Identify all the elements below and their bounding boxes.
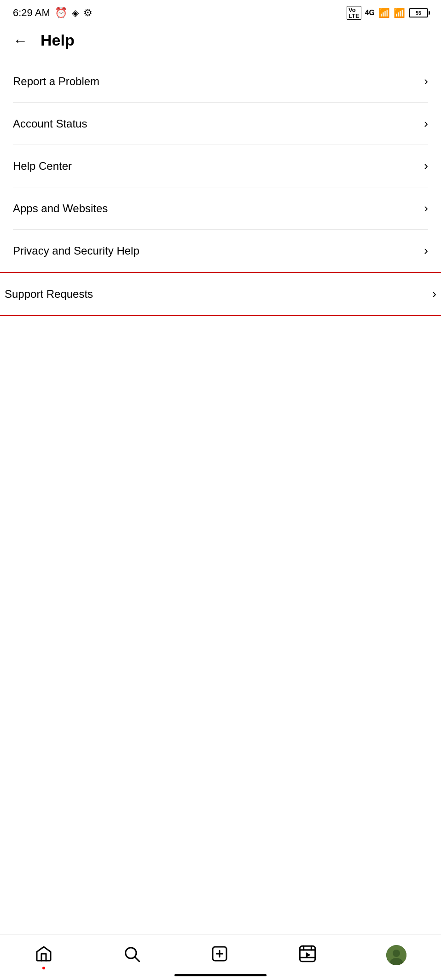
menu-item-label: Account Status: [13, 117, 87, 130]
reels-icon: [298, 945, 317, 966]
status-left: 6:29 AM ⏰ ◈ ⚙: [13, 7, 93, 19]
chevron-right-icon: ›: [424, 201, 428, 215]
menu-item-label: Help Center: [13, 160, 72, 173]
nav-item-home[interactable]: [35, 945, 53, 966]
wifi-icon: 📶: [394, 7, 405, 18]
chevron-right-icon: ›: [424, 159, 428, 173]
header: ← Help: [0, 24, 441, 60]
back-button[interactable]: ←: [13, 33, 28, 48]
menu-item-label: Support Requests: [5, 288, 93, 301]
bottom-nav: [0, 934, 441, 980]
menu-item-report-problem[interactable]: Report a Problem ›: [13, 60, 428, 103]
menu-item-label: Report a Problem: [13, 75, 99, 88]
menu-item-label: Privacy and Security Help: [13, 244, 139, 257]
settings-icon: ⚙: [83, 7, 93, 19]
nav-item-search[interactable]: [122, 945, 141, 966]
status-bar: 6:29 AM ⏰ ◈ ⚙ VoLTE 4G 📶 📶 55: [0, 0, 441, 24]
page-title: Help: [41, 31, 75, 49]
status-time: 6:29 AM: [13, 7, 50, 19]
media-icon: ◈: [72, 7, 79, 18]
svg-point-12: [393, 950, 400, 957]
signal-bars-icon: 📶: [378, 7, 390, 18]
nav-item-reels[interactable]: [298, 945, 317, 966]
search-icon: [122, 945, 141, 966]
menu-item-support-requests[interactable]: Support Requests ›: [0, 272, 441, 316]
nav-item-add[interactable]: [210, 945, 229, 966]
signal-4g-icon: 4G: [365, 9, 375, 17]
home-bar: [174, 974, 267, 976]
add-icon: [210, 945, 229, 966]
chevron-right-icon: ›: [432, 287, 436, 301]
nav-item-profile[interactable]: [386, 945, 406, 965]
chevron-right-icon: ›: [424, 74, 428, 88]
menu-item-help-center[interactable]: Help Center ›: [13, 145, 428, 187]
chevron-right-icon: ›: [424, 116, 428, 131]
menu-list: Report a Problem › Account Status › Help…: [0, 60, 441, 272]
volte-badge: VoLTE: [347, 6, 361, 20]
chevron-right-icon: ›: [424, 244, 428, 258]
svg-line-1: [135, 957, 139, 961]
menu-item-account-status[interactable]: Account Status ›: [13, 103, 428, 145]
status-right: VoLTE 4G 📶 📶 55: [347, 6, 428, 20]
battery-icon: 55: [409, 8, 428, 17]
home-dot: [42, 967, 45, 969]
svg-marker-10: [306, 952, 310, 957]
avatar: [386, 945, 406, 965]
menu-item-privacy-security[interactable]: Privacy and Security Help ›: [13, 230, 428, 272]
home-icon: [35, 945, 53, 966]
alarm-icon: ⏰: [55, 7, 67, 19]
menu-item-label: Apps and Websites: [13, 202, 108, 215]
back-arrow-icon: ←: [13, 33, 28, 48]
menu-item-apps-websites[interactable]: Apps and Websites ›: [13, 187, 428, 230]
